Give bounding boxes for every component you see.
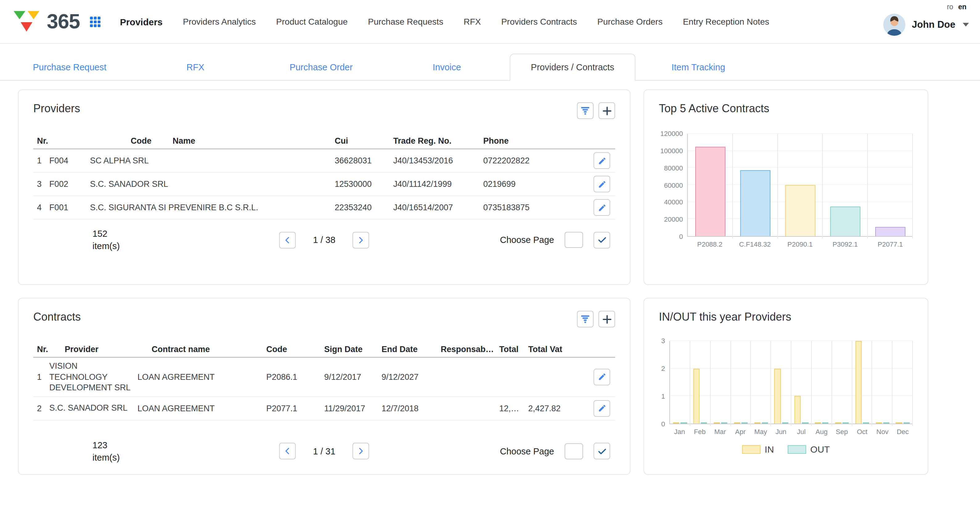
providers-table-body: 1F004SC ALPHA SRL36628031J40/13453/20160… (33, 149, 615, 220)
bar-p2090-1 (785, 185, 815, 236)
tab-rfx[interactable]: RFX (132, 54, 258, 80)
chart-bars (688, 134, 913, 236)
legend-swatch (742, 445, 760, 454)
page-indicator: 1 / 31 (313, 446, 336, 456)
filter-button[interactable] (577, 102, 593, 119)
lang-ro[interactable]: ro (947, 3, 953, 11)
choose-page-input[interactable] (565, 443, 583, 459)
x-tick-label: Mar (710, 428, 730, 435)
user-name: John Doe (912, 19, 955, 30)
chart-category (731, 341, 751, 424)
bar-chart: 020000400006000080000100000120000 (659, 134, 913, 237)
cell-phone: 0722202822 (483, 156, 576, 165)
edit-row-button[interactable] (593, 400, 610, 416)
page-indicator: 1 / 38 (313, 235, 336, 245)
chart-category (812, 341, 832, 424)
y-tick-label: 120000 (660, 131, 683, 137)
bar-dec-in (896, 422, 902, 424)
x-tick-label: Nov (872, 428, 892, 435)
items-count-label: item(s) (92, 451, 120, 464)
tab-purchase-order[interactable]: Purchase Order (258, 54, 384, 80)
top-nav: ProvidersProviders AnalyticsProduct Cata… (120, 16, 769, 27)
right-column: Top 5 Active Contracts 02000040000600008… (643, 89, 928, 475)
column-header-cui: Cui (335, 136, 393, 145)
items-count-number: 152 (92, 228, 120, 240)
tab-purchase-request[interactable]: Purchase Request (7, 54, 132, 80)
go-page-button[interactable] (593, 232, 610, 249)
cell-cui: 36628031 (335, 156, 393, 165)
chart-category (872, 341, 893, 424)
contracts-table-body: 1VISION TECHNOLOGY DEVELOPMENT SRLLOAN A… (33, 358, 615, 420)
left-column: Providers (18, 89, 630, 475)
edit-icon (598, 180, 606, 188)
filter-button[interactable] (577, 311, 593, 327)
cell-name: S.C. SIGURANTA SI PREVENIRE B.C S.R.L. (90, 203, 335, 212)
nav-item-purchase-orders[interactable]: Purchase Orders (597, 17, 663, 27)
providers-table: Nr.CodeNameCuiTrade Reg. No.Phone 1F004S… (33, 132, 615, 220)
chart-category (823, 134, 868, 236)
edit-row-button[interactable] (593, 369, 610, 386)
next-page-button[interactable] (353, 443, 369, 460)
column-header-provider: Provider (65, 344, 152, 354)
edit-row-button[interactable] (593, 199, 610, 216)
apps-grid-icon[interactable] (90, 16, 100, 27)
nav-item-product-catalogue[interactable]: Product Catalogue (276, 17, 348, 27)
bar-jul-out (802, 422, 808, 424)
providers-title: Providers (33, 102, 80, 115)
chevron-left-icon (283, 236, 292, 245)
edit-row-button[interactable] (593, 152, 610, 169)
add-contract-button[interactable] (598, 311, 615, 327)
prev-page-button[interactable] (279, 232, 296, 249)
nav-item-purchase-requests[interactable]: Purchase Requests (368, 17, 443, 27)
add-provider-button[interactable] (598, 102, 615, 119)
cell-cui: 22353240 (335, 203, 393, 212)
cell-total_vat: 2,427.82 (528, 403, 578, 413)
main-content: Providers (0, 81, 980, 475)
nav-item-entry-reception-notes[interactable]: Entry Reception Notes (683, 17, 769, 27)
pagination: 1 / 38 (279, 232, 369, 249)
tab-bar: Purchase RequestRFXPurchase OrderInvoice… (0, 54, 980, 81)
go-page-button[interactable] (593, 443, 610, 460)
user-menu[interactable]: John Doe (883, 14, 969, 36)
y-tick-label: 60000 (664, 182, 683, 189)
tab-providers-contracts[interactable]: Providers / Contracts (510, 54, 635, 81)
table-row: 3F002S.C. SANADOR SRL12530000J40/11142/1… (33, 173, 615, 196)
user-avatar[interactable] (883, 14, 906, 36)
providers-card: Providers (18, 89, 630, 285)
lang-en[interactable]: en (958, 3, 966, 11)
x-tick-label: Apr (730, 428, 751, 435)
bar-oct-in (855, 341, 861, 424)
edit-row-button[interactable] (593, 176, 610, 193)
row-actions (576, 176, 615, 193)
cell-provider: S.C. SANADOR SRL (49, 400, 137, 417)
cell-name: S.C. SANADOR SRL (90, 179, 335, 189)
app-logo[interactable]: 365 (12, 10, 80, 33)
contracts-table: Nr.ProviderContract nameCodeSign DateEnd… (33, 341, 615, 420)
column-header-total-vat: Total Vat (528, 344, 578, 354)
items-count-number: 123 (92, 439, 120, 451)
cell-sign_date: 9/12/2017 (324, 373, 382, 382)
column-header-name: Name (173, 136, 335, 145)
choose-page-input[interactable] (565, 232, 583, 248)
prev-page-button[interactable] (279, 443, 296, 460)
x-tick-label: C.F148.32 (732, 241, 777, 248)
chart-category (868, 134, 913, 236)
tab-item-tracking[interactable]: Item Tracking (635, 54, 761, 80)
cell-end_date: 9/12/2027 (382, 373, 441, 382)
chart-category (832, 341, 852, 424)
x-tick-label: Sep (832, 428, 852, 435)
tab-invoice[interactable]: Invoice (384, 54, 510, 80)
nav-item-rfx[interactable]: RFX (463, 17, 481, 27)
nav-item-providers-analytics[interactable]: Providers Analytics (183, 17, 256, 27)
nav-item-providers-contracts[interactable]: Providers Contracts (501, 17, 577, 27)
column-header-sign-date: Sign Date (324, 344, 382, 354)
bar-p2077-1 (875, 227, 905, 236)
x-axis: P2088.2C.F148.32P2090.1P3092.1P2077.1 (687, 241, 913, 248)
bar-may-out (762, 422, 768, 424)
nav-item-providers[interactable]: Providers (120, 16, 162, 27)
y-tick-label: 2 (661, 365, 665, 372)
cell-code: F001 (49, 203, 90, 212)
chart-plot (669, 341, 913, 424)
next-page-button[interactable] (353, 232, 369, 249)
bar-jun-in (775, 368, 781, 424)
